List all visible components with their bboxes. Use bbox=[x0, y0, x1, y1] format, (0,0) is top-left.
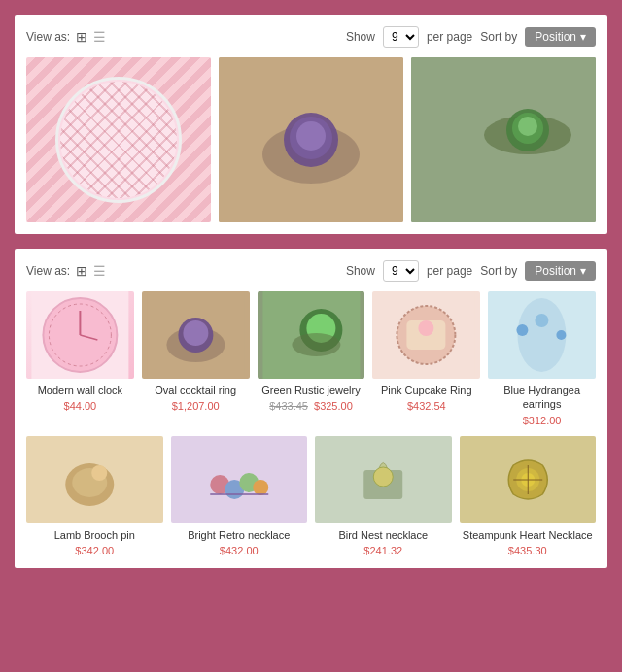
sort-controls: Show 9 per page Sort by Position ▾ bbox=[346, 26, 596, 48]
bottom-view-as-controls: View as: ⊞ ☰ bbox=[26, 263, 106, 279]
svg-point-31 bbox=[557, 330, 567, 340]
product-name-brooch: Lamb Brooch pin bbox=[26, 528, 163, 542]
product-name-bird: Bird Nest necklace bbox=[315, 528, 452, 542]
product-card-pink[interactable]: Pink Cupcake Ring $432.54 bbox=[372, 291, 480, 426]
price-value-pink: $432.54 bbox=[407, 400, 446, 412]
sort-by-label: Sort by bbox=[480, 30, 517, 44]
svg-point-45 bbox=[373, 467, 393, 487]
svg-point-23 bbox=[292, 333, 340, 356]
top-toolbar: View as: ⊞ ☰ Show 9 per page Sort by Pos… bbox=[26, 26, 596, 48]
brooch-thumb-svg bbox=[26, 436, 163, 523]
bottom-show-label: Show bbox=[346, 264, 375, 278]
product-grid-row2-wrapper: Lamb Brooch pin $342.00 B bbox=[26, 436, 596, 556]
grid-view-icon[interactable]: ⊞ bbox=[76, 29, 87, 45]
product-price-ring: $1,207.00 bbox=[142, 400, 250, 412]
product-name-ring: Oval cocktail ring bbox=[142, 384, 250, 397]
product-card-blue[interactable]: Blue Hydrangea earrings $312.00 bbox=[488, 291, 596, 426]
product-price-brooch: $342.00 bbox=[26, 545, 163, 556]
bird-thumb-svg bbox=[315, 436, 452, 523]
product-name-blue: Blue Hydrangea earrings bbox=[488, 384, 596, 412]
per-page-label: per page bbox=[427, 30, 472, 44]
price-value-steam: $435.30 bbox=[508, 545, 547, 556]
pink-thumb-svg bbox=[372, 291, 480, 379]
sort-button[interactable]: Position ▾ bbox=[525, 27, 596, 47]
retro-thumb-svg bbox=[171, 436, 308, 523]
clock-circle bbox=[55, 77, 182, 203]
price-value-ring: $1,207.00 bbox=[172, 400, 220, 412]
bottom-chevron-down-icon: ▾ bbox=[580, 264, 586, 278]
product-image-ring bbox=[142, 291, 250, 379]
bottom-list-view-icon[interactable]: ☰ bbox=[93, 263, 106, 279]
product-price-pink: $432.54 bbox=[372, 400, 480, 412]
bottom-toolbar: View as: ⊞ ☰ Show 9 per page Sort by Pos… bbox=[26, 260, 596, 282]
product-image-blue bbox=[488, 291, 596, 379]
bottom-panel: View as: ⊞ ☰ Show 9 per page Sort by Pos… bbox=[15, 249, 607, 568]
product-image-retro bbox=[171, 436, 308, 523]
product-price-green: $433.45 $325.00 bbox=[258, 400, 365, 412]
product-name-green: Green Rustic jewelry bbox=[258, 384, 365, 397]
bottom-sort-controls: Show 9 per page Sort by Position ▾ bbox=[346, 260, 596, 282]
price-value-blue: $312.00 bbox=[523, 415, 562, 426]
product-image-steam bbox=[460, 436, 597, 523]
product-card-ring[interactable]: Oval cocktail ring $1,207.00 bbox=[142, 291, 250, 426]
product-image-brooch bbox=[26, 436, 163, 523]
price-value-green: $325.00 bbox=[314, 400, 353, 412]
price-value-retro: $432.00 bbox=[220, 545, 259, 556]
svg-point-4 bbox=[296, 121, 326, 151]
chevron-down-icon: ▾ bbox=[580, 30, 586, 44]
product-card-retro[interactable]: Bright Retro necklace $432.00 bbox=[171, 436, 308, 556]
top-image-green-ring bbox=[411, 57, 596, 222]
green-ring-image-svg bbox=[411, 57, 596, 222]
clock-thumb-svg bbox=[26, 291, 134, 379]
product-card-brooch[interactable]: Lamb Brooch pin $342.00 bbox=[26, 436, 163, 556]
svg-point-30 bbox=[517, 324, 529, 336]
product-image-pink bbox=[372, 291, 480, 379]
product-price-bird: $241.32 bbox=[315, 545, 452, 556]
green-thumb-svg bbox=[258, 291, 365, 379]
ring-image-svg bbox=[219, 57, 403, 222]
bottom-grid-view-icon[interactable]: ⊞ bbox=[76, 263, 87, 279]
ring-thumb-svg bbox=[142, 291, 250, 379]
show-select[interactable]: 9 bbox=[383, 26, 419, 48]
product-price-blue: $312.00 bbox=[488, 415, 596, 426]
show-label: Show bbox=[346, 30, 375, 44]
product-name-pink: Pink Cupcake Ring bbox=[372, 384, 480, 397]
product-image-bird bbox=[315, 436, 452, 523]
steam-thumb-svg bbox=[460, 436, 597, 523]
top-images-row bbox=[26, 57, 596, 222]
bottom-sort-button[interactable]: Position ▾ bbox=[525, 261, 596, 281]
product-card-clock[interactable]: Modern wall clock $44.00 bbox=[26, 291, 134, 426]
product-price-clock: $44.00 bbox=[26, 400, 134, 412]
price-value-bird: $241.32 bbox=[363, 545, 402, 556]
product-image-green bbox=[258, 291, 365, 379]
product-price-retro: $432.00 bbox=[171, 545, 308, 556]
bottom-view-as-label: View as: bbox=[26, 264, 70, 278]
original-price-green: $433.45 bbox=[269, 400, 308, 412]
clock-pattern bbox=[60, 82, 177, 198]
svg-point-27 bbox=[419, 320, 434, 336]
product-grid-row2: Lamb Brooch pin $342.00 B bbox=[26, 436, 596, 556]
product-name-retro: Bright Retro necklace bbox=[171, 528, 308, 542]
svg-point-19 bbox=[183, 320, 208, 346]
bottom-per-page-label: per page bbox=[427, 264, 472, 278]
price-value-brooch: $342.00 bbox=[75, 545, 114, 556]
svg-point-32 bbox=[536, 314, 549, 327]
view-as-controls: View as: ⊞ ☰ bbox=[26, 29, 106, 45]
top-panel: View as: ⊞ ☰ Show 9 per page Sort by Pos… bbox=[15, 15, 607, 234]
product-name-steam: Steampunk Heart Necklace bbox=[460, 528, 597, 542]
svg-point-36 bbox=[91, 465, 107, 481]
top-image-clock bbox=[26, 57, 211, 222]
sort-value: Position bbox=[535, 30, 576, 44]
bottom-show-select[interactable]: 9 bbox=[383, 260, 419, 282]
product-card-steam[interactable]: Steampunk Heart Necklace $435.30 bbox=[460, 436, 597, 556]
view-as-label: View as: bbox=[26, 30, 70, 44]
price-value-clock: $44.00 bbox=[64, 400, 97, 412]
product-image-clock bbox=[26, 291, 134, 379]
product-card-green[interactable]: Green Rustic jewelry $433.45 $325.00 bbox=[258, 291, 365, 426]
list-view-icon[interactable]: ☰ bbox=[93, 29, 106, 45]
blue-thumb-svg bbox=[488, 291, 596, 379]
product-card-bird[interactable]: Bird Nest necklace $241.32 bbox=[315, 436, 452, 556]
svg-rect-37 bbox=[190, 436, 288, 523]
product-grid-row1: Modern wall clock $44.00 Oval cocktail r… bbox=[26, 291, 596, 426]
product-name-clock: Modern wall clock bbox=[26, 384, 134, 397]
